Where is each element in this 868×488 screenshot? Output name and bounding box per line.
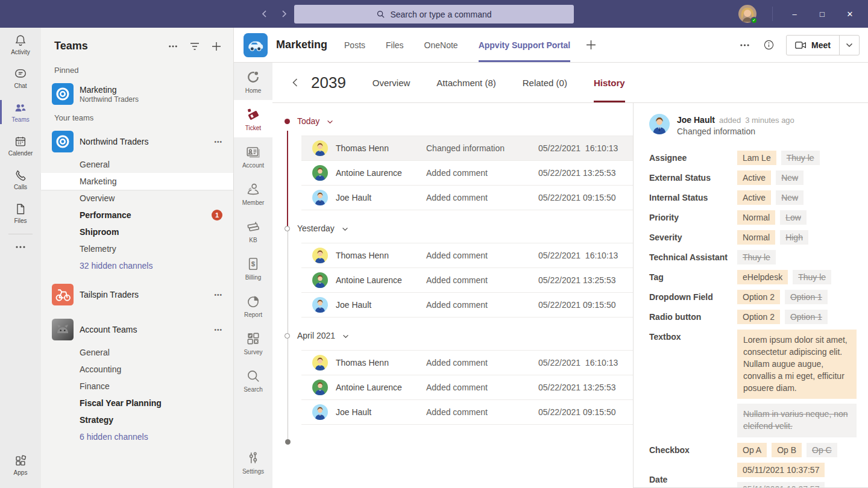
field-label: External Status [649,170,737,185]
hidden-channels-link[interactable]: 6 hidden channels [41,428,233,445]
channel-item[interactable]: Accounting [41,361,233,378]
history-entry-row[interactable]: Thomas HennAdded comment05/22/2021 16:10… [301,243,633,268]
ticket-tab-related-0-[interactable]: Related (0) [523,63,567,102]
team-row[interactable]: MarketingNorthwind Traders [41,80,233,108]
team-row[interactable]: Tailspin Traders••• [41,280,233,309]
channel-item[interactable]: Finance [41,378,233,395]
ticket-tab-history[interactable]: History [594,63,625,102]
field-label: Priority [649,210,737,225]
field-values: 05/11/2021 10:37:5705/11/2021 10:37:57 [737,463,825,488]
ticket-tab-overview[interactable]: Overview [373,63,410,102]
field-values: Lorem ipsum dolor sit amet, consectetur … [737,330,857,437]
back-icon[interactable] [259,8,270,19]
maximize-button[interactable]: □ [810,5,834,23]
channel-more-icon[interactable] [738,39,751,52]
nav-item-home[interactable]: Home [234,63,272,100]
team-row[interactable]: Northwind Traders••• [41,127,233,156]
channel-item[interactable]: Performance1 [41,207,233,224]
history-entry-row[interactable]: Antoine LaurenceAdded comment05/22/2021 … [301,161,633,186]
channel-item[interactable]: Marketing [41,173,233,190]
nav-item-survey[interactable]: Survey [234,324,272,361]
sidebar-item-apps[interactable]: Apps [0,448,41,482]
channel-item[interactable]: Shiproom [41,224,233,240]
search-input[interactable]: Search or type a command [294,5,574,23]
meet-button[interactable]: Meet [786,35,860,55]
nav-item-account[interactable]: Account [234,137,272,175]
channel-label: Performance [80,210,131,220]
join-create-team-icon[interactable] [210,40,222,52]
channel-item[interactable]: Telemetry [41,240,233,257]
tab-files[interactable]: Files [386,28,404,62]
history-entry-row[interactable]: Joe HaultAdded comment05/22/2021 09:15:5… [301,400,633,425]
ticket-tab-attachment-8-[interactable]: Attachment (8) [436,63,495,102]
more-apps-icon[interactable] [0,238,41,256]
tab-appvity-support-portal[interactable]: Appvity Support Portal [479,28,570,62]
history-timeline: TodayThomas HennChanged information05/22… [272,103,633,488]
history-entry-row[interactable]: Thomas HennAdded comment05/22/2021 16:10… [301,351,633,375]
nav-item-report[interactable]: Report [234,287,272,324]
channel-item[interactable]: Overview [41,190,233,207]
new-value-chip: 05/11/2021 10:37:57 [737,463,825,477]
nav-item-kb[interactable]: KB [234,212,272,249]
sidebar-item-calender[interactable]: Calender [0,129,41,163]
minimize-button[interactable]: – [782,5,807,23]
back-chevron-icon[interactable] [291,78,300,87]
team-more-icon[interactable]: ••• [212,327,225,333]
nav-item-search[interactable]: Search [234,361,272,399]
history-entry-row[interactable]: Antoine LaurenceAdded comment05/22/2021 … [301,375,633,400]
channel-item[interactable]: Fiscal Year Planning [41,395,233,411]
old-value-chip: Low [780,210,807,225]
rail-item-label: Activity [11,49,30,55]
history-entry-row[interactable]: Joe HaultAdded comment05/22/2021 09:15:5… [301,293,633,318]
channel-item[interactable]: Strategy [41,411,233,428]
nav-item-billing[interactable]: $Billing [234,249,272,287]
ticket-header: 2039 OverviewAttachment (8)Related (0)Hi… [272,63,868,103]
close-button[interactable]: ✕ [838,5,862,23]
timeline-group-header[interactable]: Today [287,111,633,131]
team-name: Northwind Traders [80,137,206,146]
entry-datetime: 05/22/2021 16:10:13 [538,358,618,368]
timeline-group-label: Today [297,116,319,126]
forward-icon[interactable] [278,8,289,19]
timeline-group: TodayThomas HennChanged information05/22… [287,111,633,210]
more-options-icon[interactable] [167,40,179,52]
team-row[interactable]: Account Teams••• [41,315,233,344]
old-value-chip: High [780,230,808,245]
new-value-chip: Option 2 [737,310,780,324]
team-more-icon[interactable]: ••• [212,292,225,298]
history-entry-row[interactable]: Antoine LaurenceAdded comment05/22/2021 … [301,268,633,293]
timeline-group-header[interactable]: April 2021 [287,326,633,345]
teams-app-window: Search or type a command ✓ – □ ✕ Activit… [0,0,868,488]
detail-field: Date05/11/2021 10:37:5705/11/2021 10:37:… [649,463,854,488]
add-tab-icon[interactable] [586,40,596,50]
report-icon [245,293,261,309]
nav-item-ticket[interactable]: Ticket [234,100,272,137]
team-more-icon[interactable]: ••• [212,139,225,145]
nav-item-member[interactable]: Member [234,175,272,212]
history-entry-row[interactable]: Thomas HennChanged information05/22/2021… [301,136,633,161]
sidebar-item-files[interactable]: Files [0,196,41,230]
channel-info-icon[interactable] [762,39,775,52]
meet-options-chevron-icon[interactable] [840,36,859,55]
hidden-channels-link[interactable]: 32 hidden channels [41,257,233,274]
detail-field: External StatusActiveNew [649,170,854,185]
team-logo-icon [52,284,74,305]
history-entry-row[interactable]: Joe HaultAdded comment05/22/2021 09:15:5… [301,186,633,210]
timeline-group-header[interactable]: Yesterday [287,219,633,238]
user-avatar[interactable]: ✓ [738,5,756,23]
tab-posts[interactable]: Posts [344,28,365,62]
nav-item-label: Ticket [245,125,261,131]
channel-label: 32 hidden channels [80,261,153,271]
sidebar-item-teams[interactable]: Teams [0,95,41,129]
filter-icon[interactable] [189,40,201,52]
file-icon [14,202,27,216]
channel-label: Telemetry [80,244,116,254]
nav-item-label: Billing [245,274,262,281]
sidebar-item-calls[interactable]: Calls [0,163,41,196]
nav-item-settings[interactable]: Settings [234,443,272,481]
sidebar-item-activity[interactable]: Activity [0,28,41,61]
channel-item[interactable]: General [41,156,233,173]
sidebar-item-chat[interactable]: Chat [0,61,41,95]
tab-onenote[interactable]: OneNote [424,28,458,62]
channel-item[interactable]: General [41,344,233,361]
